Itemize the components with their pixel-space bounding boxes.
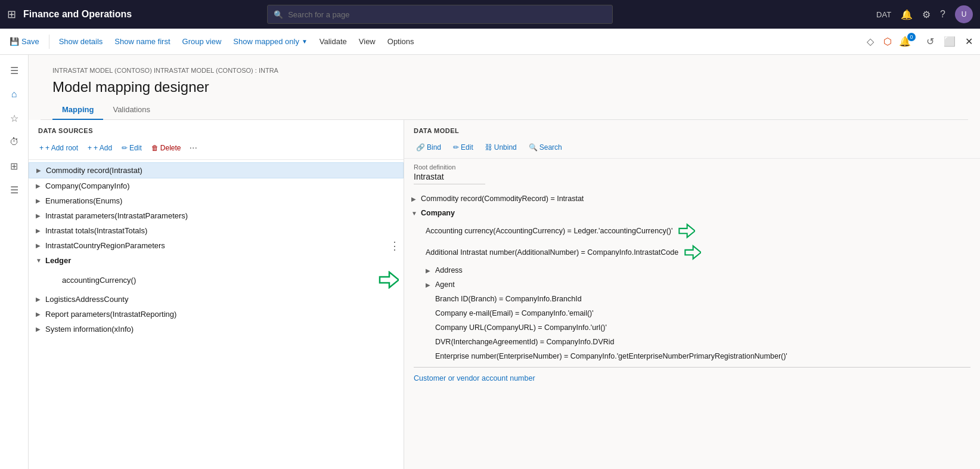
data-sources-tree: ▶ Commodity record(Intrastat) ▶ Company(…: [29, 160, 404, 469]
page-tabs: Mapping Validations: [41, 100, 968, 120]
search-magnify-icon: 🔍: [529, 143, 538, 152]
list-item[interactable]: ▶ Agent: [404, 277, 980, 292]
chevron-right-icon: ▶: [36, 311, 45, 317]
validate-button[interactable]: Validate: [315, 35, 352, 48]
notification-count[interactable]: 🔔 0: [899, 36, 919, 47]
search-icon: 🔍: [274, 10, 283, 19]
global-search-box[interactable]: 🔍: [267, 5, 613, 24]
list-item[interactable]: ▶ LogisticsAddressCounty: [29, 292, 404, 307]
list-item[interactable]: ▶ Company(CompanyInfo): [29, 178, 404, 193]
chevron-right-icon: ▶: [36, 296, 45, 303]
chevron-right-icon: ▶: [36, 198, 45, 204]
view-button[interactable]: View: [354, 35, 380, 48]
data-sources-toolbar: + + Add root + + Add ✏ Edit 🗑 Delete: [29, 139, 404, 160]
list-item[interactable]: ▶ Enumerations(Enums): [29, 193, 404, 208]
search-button[interactable]: 🔍 Search: [524, 141, 567, 153]
list-item[interactable]: Accounting currency(AccountingCurrency) …: [404, 220, 980, 242]
data-model-toolbar: 🔗 Bind ✏ Edit ⛓ Unbind 🔍 Search: [404, 139, 980, 159]
maximize-icon[interactable]: ⬜: [941, 33, 958, 50]
chevron-down-icon: ▼: [36, 257, 45, 264]
list-item[interactable]: ▶ Commodity record(Intrastat): [29, 162, 404, 178]
environment-label: DAT: [876, 10, 891, 19]
list-item[interactable]: ▶ Intrastat totals(IntrastatTotals): [29, 223, 404, 238]
list-item[interactable]: Customer or vendor account number: [404, 371, 980, 385]
chevron-right-icon: ▶: [36, 326, 45, 332]
more-options-icon[interactable]: ···: [187, 141, 199, 155]
close-icon[interactable]: ✕: [963, 33, 975, 50]
list-item[interactable]: ▶ Report parameters(IntrastatReporting): [29, 307, 404, 322]
chevron-right-icon: ▶: [36, 242, 45, 249]
chevron-right-icon: ▶: [36, 183, 45, 189]
sidebar-home-icon[interactable]: ⌂: [4, 84, 25, 105]
grid-menu-icon[interactable]: ⊞: [7, 8, 16, 21]
list-item[interactable]: Additional Intrastat number(AdditionalNu…: [404, 242, 980, 263]
list-item[interactable]: ▶ Address: [404, 263, 980, 277]
sidebar-favorites-icon[interactable]: ☆: [4, 107, 25, 129]
unbind-button[interactable]: ⛓ Unbind: [480, 141, 522, 153]
tab-mapping[interactable]: Mapping: [52, 100, 103, 120]
data-sources-header: DATA SOURCES: [29, 120, 404, 139]
group-view-button[interactable]: Group view: [178, 35, 227, 48]
show-name-first-button[interactable]: Show name first: [110, 35, 175, 48]
user-avatar[interactable]: U: [955, 5, 973, 23]
top-nav-bar: ⊞ Finance and Operations 🔍 DAT 🔔 ⚙ ? U: [0, 0, 980, 29]
bind-link-icon: 🔗: [416, 143, 425, 152]
search-input[interactable]: [288, 10, 606, 19]
main-content-area: INTRASTAT MODEL (CONTOSO) INTRASTAT MODE…: [29, 55, 980, 469]
top-nav-right-section: DAT 🔔 ⚙ ? U: [876, 5, 973, 23]
office-icon[interactable]: ⬡: [881, 33, 894, 50]
list-item[interactable]: ▶ IntrastatCountryRegionParameters ⋮: [29, 238, 404, 253]
delete-trash-icon: 🗑: [151, 144, 159, 152]
svg-marker-2: [686, 246, 702, 259]
content-panels: DATA SOURCES + + Add root + + Add ✏ Edit: [29, 120, 980, 469]
show-mapped-only-button[interactable]: Show mapped only ▼: [228, 35, 312, 48]
list-item[interactable]: ▶ System information(xInfo): [29, 322, 404, 337]
list-item[interactable]: DVR(InterchangeAgreementId) = CompanyInf…: [404, 335, 980, 349]
list-item[interactable]: ▼ Company: [404, 206, 980, 220]
chevron-down-icon: ▼: [302, 38, 308, 45]
sidebar-recent-icon[interactable]: ⏱: [4, 131, 25, 153]
show-details-button[interactable]: Show details: [54, 35, 108, 48]
add-root-button[interactable]: + + Add root: [36, 142, 82, 154]
list-item[interactable]: ▼ Ledger: [29, 253, 404, 268]
page-title: Model mapping designer: [41, 76, 968, 100]
help-question-icon[interactable]: ?: [940, 9, 945, 20]
save-icon: 💾: [10, 37, 19, 46]
options-button[interactable]: Options: [383, 35, 419, 48]
list-item[interactable]: Company e-mail(Email) = CompanyInfo.'ema…: [404, 306, 980, 320]
chevron-right-icon: ▶: [426, 267, 435, 274]
add-button[interactable]: + + Add: [84, 142, 116, 154]
vertical-dots-icon[interactable]: ⋮: [389, 239, 399, 252]
app-layout: ☰ ⌂ ☆ ⏱ ⊞ ☰ INTRASTAT MODEL (CONTOSO) IN…: [0, 55, 980, 469]
list-item[interactable]: Company URL(CompanyURL) = CompanyInfo.'u…: [404, 320, 980, 335]
chevron-right-icon: ▶: [36, 212, 45, 219]
arrow-indicator-icon: [677, 223, 695, 239]
chevron-right-icon: ▶: [36, 227, 45, 234]
left-sidebar: ☰ ⌂ ☆ ⏱ ⊞ ☰: [0, 55, 29, 469]
separator-line: [414, 367, 970, 368]
breadcrumb: INTRASTAT MODEL (CONTOSO) INTRASTAT MODE…: [41, 62, 968, 76]
diamond-icon[interactable]: ◇: [864, 33, 876, 50]
edit-button[interactable]: ✏ Edit: [118, 142, 145, 154]
chevron-down-icon: ▼: [411, 210, 421, 217]
edit-button[interactable]: ✏ Edit: [448, 141, 478, 153]
refresh-icon[interactable]: ↺: [924, 33, 936, 50]
data-model-tree: ▶ Commodity record(CommodityRecord) = In…: [404, 189, 980, 469]
sidebar-workspaces-icon[interactable]: ⊞: [4, 155, 25, 177]
list-item[interactable]: ▶ Intrastat parameters(IntrastatParamete…: [29, 208, 404, 223]
settings-gear-icon[interactable]: ⚙: [922, 9, 931, 20]
list-item[interactable]: ▶ Commodity record(CommodityRecord) = In…: [404, 192, 980, 206]
list-item[interactable]: accountingCurrency(): [29, 268, 404, 292]
save-button[interactable]: 💾 Save: [5, 35, 44, 48]
tab-validations[interactable]: Validations: [103, 100, 160, 120]
toolbar-right: ◇ ⬡ 🔔 0 ↺ ⬜ ✕: [864, 33, 975, 50]
sidebar-hamburger-icon[interactable]: ☰: [4, 60, 25, 81]
delete-button[interactable]: 🗑 Delete: [148, 142, 185, 154]
edit-pencil-icon: ✏: [453, 143, 459, 152]
list-item[interactable]: Branch ID(Branch) = CompanyInfo.BranchId: [404, 292, 980, 306]
chevron-right-icon: ▶: [411, 196, 421, 202]
list-item[interactable]: Enterprise number(EnterpriseNumber) = Co…: [404, 349, 980, 363]
sidebar-modules-icon[interactable]: ☰: [4, 179, 25, 200]
bind-button[interactable]: 🔗 Bind: [411, 141, 446, 153]
notification-bell-icon[interactable]: 🔔: [901, 9, 913, 20]
